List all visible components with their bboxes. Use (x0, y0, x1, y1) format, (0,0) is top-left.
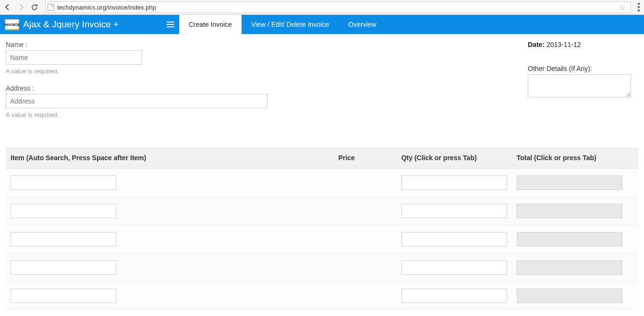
total-input[interactable] (517, 289, 622, 303)
price-cell (333, 282, 396, 310)
name-input[interactable] (6, 50, 142, 65)
invoice-items-table: Item (Auto Search, Press Space after Ite… (6, 147, 638, 310)
qty-input[interactable] (401, 204, 507, 218)
app-title: Ajax & Jquery Invoice + (23, 19, 119, 30)
other-details-label: Other Details (If Any): (528, 65, 638, 72)
th-price: Price (333, 147, 396, 169)
browser-menu-icon[interactable] (635, 1, 642, 13)
table-row (6, 254, 638, 282)
bookmark-star-icon[interactable]: ☆ (616, 3, 628, 12)
item-input[interactable] (11, 260, 116, 275)
tab-view-edit-delete[interactable]: View / Edit/ Delete Invoice (242, 15, 339, 34)
item-input[interactable] (11, 232, 116, 246)
name-label: Name : (6, 41, 275, 48)
app-header: INVOICE Ajax & Jquery Invoice + Create I… (0, 15, 644, 34)
total-input[interactable] (517, 232, 622, 246)
price-cell (333, 169, 396, 197)
hamburger-icon[interactable] (162, 15, 179, 34)
total-input[interactable] (517, 260, 622, 275)
address-bar[interactable]: techdynamics.org/invoice/index.php ☆ (45, 1, 631, 13)
tab-overview[interactable]: Overview (339, 15, 386, 34)
other-details-textarea[interactable] (528, 74, 631, 97)
qty-input[interactable] (401, 289, 507, 303)
th-total: Total (Click or press Tab) (512, 147, 638, 169)
back-button[interactable] (2, 1, 13, 13)
tab-create-invoice[interactable]: Create Invoice (179, 15, 242, 34)
address-error: A value is required. (6, 111, 275, 118)
address-input[interactable] (6, 94, 267, 108)
page-icon (48, 4, 54, 11)
table-row (6, 169, 638, 197)
forward-button[interactable] (15, 1, 27, 13)
price-cell (333, 225, 396, 254)
name-error: A value is required. (6, 68, 275, 75)
url-text: techdynamics.org/invoice/index.php (57, 4, 616, 11)
table-row (6, 282, 638, 310)
reload-button[interactable] (29, 1, 40, 13)
th-item: Item (Auto Search, Press Space after Ite… (6, 147, 333, 169)
table-row (6, 225, 638, 254)
item-input[interactable] (11, 289, 116, 303)
total-input[interactable] (517, 204, 622, 218)
address-label: Address : (6, 84, 275, 92)
table-row (6, 197, 638, 225)
th-qty: Qty (Click or press Tab) (397, 147, 512, 169)
price-cell (333, 254, 396, 282)
qty-input[interactable] (401, 232, 507, 246)
qty-input[interactable] (401, 176, 507, 190)
nav-tabs: Create Invoice View / Edit/ Delete Invoi… (179, 15, 386, 34)
browser-toolbar: techdynamics.org/invoice/index.php ☆ (0, 0, 644, 15)
total-input[interactable] (517, 176, 622, 190)
item-input[interactable] (11, 176, 116, 190)
date-value: 2013-11-12 (547, 41, 581, 48)
date-label: Date: (528, 41, 545, 48)
item-input[interactable] (11, 204, 116, 218)
price-cell (333, 197, 396, 225)
page-content: Name : A value is required. Address : A … (0, 34, 644, 316)
date-row: Date: 2013-11-12 (528, 41, 638, 48)
qty-input[interactable] (401, 260, 507, 275)
app-logo: INVOICE (5, 19, 19, 30)
